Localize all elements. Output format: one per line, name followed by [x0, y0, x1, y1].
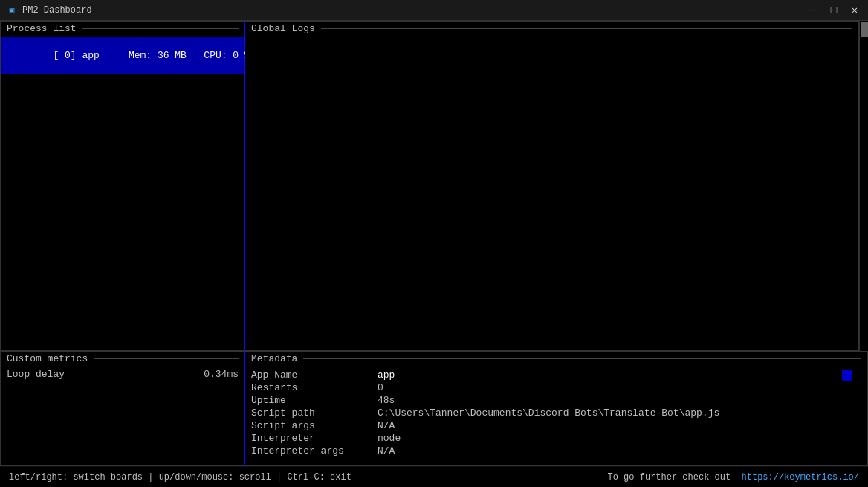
logs-panel: Global Logs — [245, 21, 859, 351]
metrics-panel-divider — [94, 358, 239, 359]
status-right-prefix: To go further check out — [608, 472, 731, 483]
metadata-value: app — [378, 370, 861, 381]
maximize-button[interactable]: □ — [826, 5, 841, 16]
metrics-panel-header: Custom metrics — [1, 352, 244, 367]
metadata-row: Restarts0 — [251, 381, 861, 394]
metadata-value: N/A — [378, 445, 861, 457]
metadata-value: 0 — [378, 382, 861, 393]
metadata-key: Restarts — [251, 382, 378, 393]
loop-delay-value: 0.34ms — [204, 369, 239, 380]
scrollbar-thumb[interactable] — [861, 22, 868, 37]
metadata-value-text: node — [378, 433, 401, 444]
metadata-panel-divider — [303, 358, 861, 359]
metadata-row: App Nameapp — [251, 369, 861, 381]
app-status-indicator — [842, 370, 852, 381]
metadata-value-text: app — [378, 370, 395, 381]
scrollbar[interactable] — [859, 21, 868, 351]
loop-delay-label: Loop delay — [7, 369, 65, 380]
metadata-value: N/A — [378, 420, 861, 431]
status-right-link[interactable]: https://keymetrics.io/ — [742, 472, 859, 483]
process-panel-title: Process list — [7, 23, 77, 34]
window-controls: ─ □ ✕ — [806, 5, 862, 16]
process-id: [ 0] — [53, 50, 76, 61]
metadata-key: Script path — [251, 407, 378, 419]
bottom-panels: Custom metrics Loop delay 0.34ms Metadat… — [0, 351, 868, 466]
status-bar: left/right: switch boards | up/down/mous… — [0, 466, 868, 487]
metadata-key: Interpreter args — [251, 445, 378, 457]
metadata-key: Interpreter — [251, 433, 378, 444]
process-cpu-label: CPU: — [204, 50, 227, 61]
app-icon: ▣ — [6, 4, 18, 16]
process-row[interactable]: [ 0] app Mem: 36 MB CPU: 0 % — [1, 37, 244, 74]
metadata-value-text: N/A — [378, 420, 395, 431]
main-content: Process list [ 0] app Mem: 36 MB CPU: 0 … — [0, 21, 868, 466]
top-panels: Process list [ 0] app Mem: 36 MB CPU: 0 … — [0, 21, 868, 351]
metadata-key: Uptime — [251, 395, 378, 406]
metadata-row: Script argsN/A — [251, 419, 861, 432]
metadata-value: node — [378, 433, 861, 444]
logs-content — [245, 37, 858, 350]
status-right: To go further check out https://keymetri… — [608, 472, 859, 483]
metadata-value: 48s — [378, 395, 861, 406]
minimize-button[interactable]: ─ — [806, 5, 820, 16]
metrics-panel: Custom metrics Loop delay 0.34ms — [0, 351, 245, 466]
process-name: app — [82, 50, 99, 61]
metadata-panel: Metadata App NameappRestarts0Uptime48sSc… — [245, 351, 868, 466]
process-mem-value: 36 MB — [158, 50, 187, 61]
metadata-value-text: C:\Users\Tanner\Documents\Discord Bots\T… — [378, 407, 719, 419]
metadata-value-text: N/A — [378, 445, 395, 457]
logs-panel-header: Global Logs — [245, 22, 858, 37]
metadata-row: Script pathC:\Users\Tanner\Documents\Dis… — [251, 407, 861, 419]
metadata-value: C:\Users\Tanner\Documents\Discord Bots\T… — [378, 407, 861, 419]
close-button[interactable]: ✕ — [847, 5, 862, 16]
process-panel-header: Process list — [1, 22, 244, 37]
metadata-panel-header: Metadata — [245, 352, 867, 367]
metadata-key: App Name — [251, 370, 378, 381]
window-title: PM2 Dashboard — [22, 5, 806, 16]
loop-delay-row: Loop delay 0.34ms — [1, 367, 244, 381]
metadata-panel-title: Metadata — [251, 353, 297, 364]
metadata-key: Script args — [251, 420, 378, 431]
process-panel-divider — [82, 28, 239, 29]
process-mem-label: Mem: — [129, 50, 152, 61]
metadata-row: Interpreter argsN/A — [251, 445, 861, 457]
process-panel: Process list [ 0] app Mem: 36 MB CPU: 0 … — [0, 21, 245, 351]
title-bar: ▣ PM2 Dashboard ─ □ ✕ — [0, 0, 868, 21]
status-left: left/right: switch boards | up/down/mous… — [9, 472, 352, 483]
logs-panel-title: Global Logs — [251, 23, 315, 34]
metadata-row: Uptime48s — [251, 394, 861, 407]
metadata-row: Interpreternode — [251, 432, 861, 445]
logs-panel-divider — [321, 28, 852, 29]
metadata-value-text: 0 — [378, 382, 383, 393]
metadata-table: App NameappRestarts0Uptime48sScript path… — [245, 367, 867, 459]
metadata-value-text: 48s — [378, 395, 395, 406]
metrics-panel-title: Custom metrics — [7, 353, 88, 364]
